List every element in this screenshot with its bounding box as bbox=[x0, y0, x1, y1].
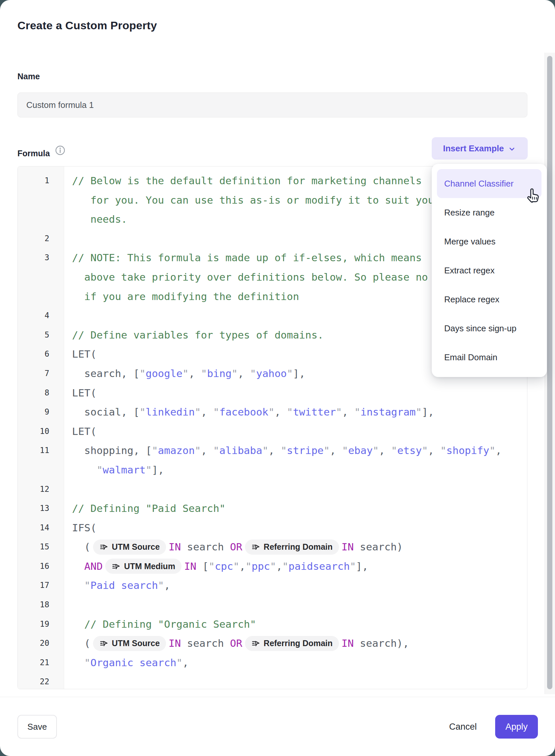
code-row: LET( bbox=[64, 383, 527, 403]
code-row bbox=[64, 480, 527, 499]
code-row: // Defining "Paid Search" bbox=[64, 499, 527, 518]
line-number: 12 bbox=[18, 480, 64, 499]
line-number: 11 bbox=[18, 441, 64, 479]
line-number: 14 bbox=[18, 518, 64, 538]
property-chip-label: Referring Domain bbox=[264, 537, 333, 557]
line-number: 21 bbox=[18, 653, 64, 672]
line-number: 9 bbox=[18, 402, 64, 422]
hand-cursor-icon bbox=[525, 186, 543, 205]
code-line: 19 // Defining "Organic Search" bbox=[18, 614, 527, 634]
code-row: ANDUTM MediumIN ["cpc","ppc","paidsearch… bbox=[64, 557, 527, 576]
modal-scrollbar-thumb[interactable] bbox=[547, 56, 552, 689]
line-number: 17 bbox=[18, 576, 64, 595]
line-number: 16 bbox=[18, 557, 64, 576]
create-custom-property-modal: Create a Custom Property Name Formula In… bbox=[0, 0, 555, 756]
apply-button[interactable]: Apply bbox=[495, 715, 538, 739]
code-line: 16 ANDUTM MediumIN ["cpc","ppc","paidsea… bbox=[18, 557, 527, 576]
line-number: 2 bbox=[18, 229, 64, 248]
code-line: 14IFS( bbox=[18, 518, 527, 538]
cancel-button[interactable]: Cancel bbox=[443, 715, 483, 739]
property-chip-label: UTM Medium bbox=[124, 557, 175, 576]
code-row: social, ["linkedin", "facebook", "twitte… bbox=[64, 402, 527, 422]
property-chip[interactable]: UTM Source bbox=[93, 636, 166, 651]
menu-item-replace-regex[interactable]: Replace regex bbox=[437, 285, 542, 314]
code-line: 18 bbox=[18, 595, 527, 614]
save-button[interactable]: Save bbox=[17, 715, 57, 739]
code-row: IFS( bbox=[64, 518, 527, 538]
line-number: 7 bbox=[18, 364, 64, 383]
formula-field-label: Formula bbox=[17, 147, 50, 160]
code-line: 13// Defining "Paid Search" bbox=[18, 499, 527, 518]
text-field-icon bbox=[251, 543, 260, 551]
code-row: // Defining "Organic Search" bbox=[64, 614, 527, 634]
line-number: 15 bbox=[18, 537, 64, 557]
line-number: 22 bbox=[18, 672, 64, 689]
text-field-icon bbox=[99, 639, 108, 648]
code-line: 8LET( bbox=[18, 383, 527, 403]
line-number: 8 bbox=[18, 383, 64, 403]
code-row: "walmart"], bbox=[64, 460, 527, 480]
menu-item-merge-values[interactable]: Merge values bbox=[437, 227, 542, 256]
line-number: 10 bbox=[18, 422, 64, 441]
line-number: 4 bbox=[18, 306, 64, 325]
code-line: 10LET( bbox=[18, 422, 527, 441]
menu-item-days-since-sign-up[interactable]: Days since sign-up bbox=[437, 314, 542, 343]
formula-header: Formula bbox=[17, 147, 66, 160]
name-field-label: Name bbox=[17, 72, 40, 81]
code-row bbox=[64, 672, 527, 689]
code-line: 22 bbox=[18, 672, 527, 689]
text-field-icon bbox=[112, 562, 120, 571]
name-input[interactable] bbox=[17, 92, 527, 117]
text-field-icon bbox=[99, 543, 108, 551]
code-line: 17 "Paid search", bbox=[18, 576, 527, 595]
code-line: 20 (UTM SourceIN search ORReferring Doma… bbox=[18, 634, 527, 653]
code-row: (UTM SourceIN search ORReferring DomainI… bbox=[64, 537, 527, 557]
text-field-icon bbox=[251, 639, 260, 648]
code-row: LET( bbox=[64, 422, 527, 441]
line-number: 19 bbox=[18, 614, 64, 634]
code-line: 21 "Organic search", bbox=[18, 653, 527, 672]
info-icon[interactable] bbox=[54, 145, 66, 156]
property-chip-label: Referring Domain bbox=[264, 634, 333, 653]
menu-item-extract-regex[interactable]: Extract regex bbox=[437, 256, 542, 285]
insert-example-label: Insert Example bbox=[443, 144, 504, 154]
property-chip[interactable]: UTM Medium bbox=[105, 559, 181, 574]
code-line: 11 shopping, ["amazon", "alibaba", "stri… bbox=[18, 441, 527, 479]
property-chip[interactable]: UTM Source bbox=[93, 540, 166, 555]
line-number: 20 bbox=[18, 634, 64, 653]
line-number: 5 bbox=[18, 325, 64, 345]
chevron-down-icon bbox=[508, 145, 516, 153]
property-chip-label: UTM Source bbox=[112, 537, 160, 557]
footer-divider bbox=[0, 697, 555, 697]
property-chip[interactable]: Referring Domain bbox=[245, 636, 339, 651]
property-chip[interactable]: Referring Domain bbox=[245, 540, 339, 555]
menu-item-email-domain[interactable]: Email Domain bbox=[437, 343, 542, 372]
line-number: 6 bbox=[18, 345, 64, 364]
code-line: 9 social, ["linkedin", "facebook", "twit… bbox=[18, 402, 527, 422]
property-chip-label: UTM Source bbox=[112, 634, 160, 653]
line-number: 13 bbox=[18, 499, 64, 518]
code-row: (UTM SourceIN search ORReferring DomainI… bbox=[64, 634, 527, 653]
code-row bbox=[64, 595, 527, 614]
code-line: 15 (UTM SourceIN search ORReferring Doma… bbox=[18, 537, 527, 557]
line-number: 1 bbox=[18, 171, 64, 229]
code-line: 12 bbox=[18, 480, 527, 499]
code-row: "Organic search", bbox=[64, 653, 527, 672]
page-title: Create a Custom Property bbox=[17, 19, 157, 32]
line-number: 3 bbox=[18, 248, 64, 306]
code-row: "Paid search", bbox=[64, 576, 527, 595]
line-number: 18 bbox=[18, 595, 64, 614]
insert-example-button[interactable]: Insert Example bbox=[432, 137, 528, 160]
code-row: shopping, ["amazon", "alibaba", "stripe"… bbox=[64, 441, 527, 460]
